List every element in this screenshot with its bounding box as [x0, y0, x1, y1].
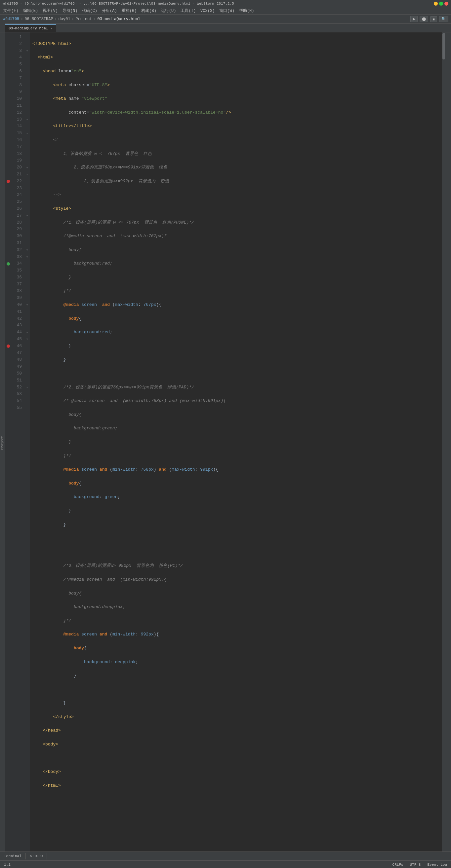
code-line-53	[32, 755, 439, 762]
maximize-button[interactable]	[439, 2, 443, 6]
code-line-22: background:red;	[32, 329, 439, 336]
code-line-47: }	[32, 673, 439, 679]
terminal-tab-label: Terminal	[4, 854, 22, 858]
code-content[interactable]: <!DOCTYPE html> <html> <head lang="en"> …	[30, 32, 442, 854]
line-num-32: 32	[11, 247, 22, 254]
code-line-43: }*/	[32, 618, 439, 625]
bp-32	[5, 247, 11, 254]
menu-help[interactable]: 帮助(H)	[237, 7, 256, 14]
code-line-42: background:deeppink;	[32, 604, 439, 611]
menu-analyze[interactable]: 分析(A)	[100, 7, 119, 14]
tab-mediaquery[interactable]: 03-mediaQuery.html ✕	[5, 24, 56, 32]
bp-30	[5, 233, 11, 240]
bp-22[interactable]	[5, 178, 11, 185]
bp-23	[5, 185, 11, 192]
bp-3	[5, 48, 11, 55]
line-num-48: 48	[11, 356, 22, 363]
fold-14	[25, 123, 30, 130]
menu-vcs[interactable]: VCS(S)	[198, 8, 217, 14]
code-line-55: </html>	[32, 782, 439, 789]
tab-close-icon[interactable]: ✕	[51, 26, 53, 30]
line-num-50: 50	[11, 370, 22, 377]
code-line-17: background:red;	[32, 260, 439, 267]
line-num-5: 5	[11, 61, 22, 68]
code-line-9: 1、设备的宽度 w <= 767px 背景色 红色	[32, 151, 439, 158]
bp-40	[5, 302, 11, 309]
fold-23	[25, 185, 30, 192]
code-line-52: <body>	[32, 741, 439, 748]
line-num-6: 6	[11, 68, 22, 75]
code-line-1: <!DOCTYPE html>	[32, 41, 439, 48]
close-button[interactable]	[444, 2, 448, 6]
menu-code[interactable]: 代码(C)	[80, 7, 99, 14]
bp-21	[5, 171, 11, 178]
fold-34	[25, 260, 30, 267]
scrollbar-thumb[interactable]	[443, 33, 445, 59]
fold-37	[25, 281, 30, 288]
fold-33: ▾	[25, 254, 30, 260]
menu-run[interactable]: 运行(U)	[159, 7, 178, 14]
line-num-12: 12	[11, 109, 22, 116]
bp-46[interactable]	[5, 343, 11, 350]
status-event-log[interactable]: Event Log	[426, 863, 448, 867]
code-line-35: }	[32, 508, 439, 515]
bp-34[interactable]	[5, 260, 11, 267]
menu-navigate[interactable]: 导航(N)	[60, 7, 80, 14]
fold-45: ▾	[25, 336, 30, 343]
code-line-50: </style>	[32, 714, 439, 721]
toolbar-filename: 03-mediaQuery.html	[97, 17, 141, 22]
bp-16	[5, 137, 11, 144]
bp-29	[5, 226, 11, 233]
fold-54	[25, 398, 30, 405]
todo-tab-label: 6:TODO	[30, 854, 43, 858]
terminal-tab[interactable]: Terminal	[0, 853, 26, 860]
fold-55	[25, 405, 30, 411]
menu-tools[interactable]: 工具(T)	[178, 7, 198, 14]
todo-tab[interactable]: 6:TODO	[26, 853, 47, 860]
line-num-36: 36	[11, 274, 22, 281]
fold-27: ▾	[25, 212, 30, 219]
left-panel: Project	[0, 32, 5, 854]
status-bar: 1:1 CRLFs UTF-8 Event Log	[0, 861, 451, 868]
code-line-44: @media screen and (min-width: 992px){	[32, 631, 439, 638]
line-num-22: 22	[11, 178, 22, 185]
stop-button[interactable]: ■	[430, 16, 437, 22]
status-crlf[interactable]: CRLFs	[391, 863, 405, 867]
bp-42	[5, 315, 11, 322]
fold-46	[25, 343, 30, 350]
status-encoding[interactable]: UTF-8	[409, 863, 422, 867]
line-num-33: 33	[11, 254, 22, 260]
main-layout: Project	[0, 32, 451, 854]
fold-26	[25, 206, 30, 212]
debug-button[interactable]: ⬤	[420, 16, 428, 22]
code-line-14: /*1、设备(屏幕)的宽度 w <= 767px 背景色 红色(PHONE)*/	[32, 219, 439, 226]
menu-edit[interactable]: 编辑(E)	[21, 7, 40, 14]
menu-view[interactable]: 视图(V)	[41, 7, 60, 14]
fold-15: ▾	[25, 130, 30, 137]
fold-3: ▾	[25, 48, 30, 55]
menu-window[interactable]: 窗口(W)	[217, 7, 236, 14]
menu-build[interactable]: 构建(B)	[139, 7, 159, 14]
fold-53	[25, 391, 30, 398]
line-numbers: 1 2 3 4 5 6 7 8 9 10 11 12 13 14 15 16 1…	[11, 32, 25, 854]
fold-39	[25, 294, 30, 302]
code-line-32: @media screen and (min-width: 768px) and…	[32, 466, 439, 473]
menu-file[interactable]: 文件(F)	[1, 7, 21, 14]
run-button[interactable]: ▶	[410, 16, 418, 22]
fold-16	[25, 137, 30, 144]
toolbar-project: wfd1705	[3, 17, 19, 22]
minimize-button[interactable]	[434, 2, 438, 6]
line-num-2: 2	[11, 41, 22, 48]
scrollbar[interactable]	[442, 32, 446, 854]
menu-refactor[interactable]: 重构(R)	[120, 7, 139, 14]
fold-11	[25, 102, 30, 109]
search-button[interactable]: 🔍	[439, 16, 448, 22]
code-line-11: 3、设备的宽度w>=992px 背景色为 粉色	[32, 178, 439, 185]
fold-1	[25, 34, 30, 41]
menu-bar: 文件(F) 编辑(E) 视图(V) 导航(N) 代码(C) 分析(A) 重构(R…	[0, 7, 451, 14]
bp-17	[5, 144, 11, 151]
code-line-4: <meta charset="UTF-8">	[32, 82, 439, 89]
project-label: Project	[1, 436, 4, 450]
toolbar-sep4: ›	[93, 17, 96, 22]
toolbar-sep1: ›	[21, 17, 23, 22]
